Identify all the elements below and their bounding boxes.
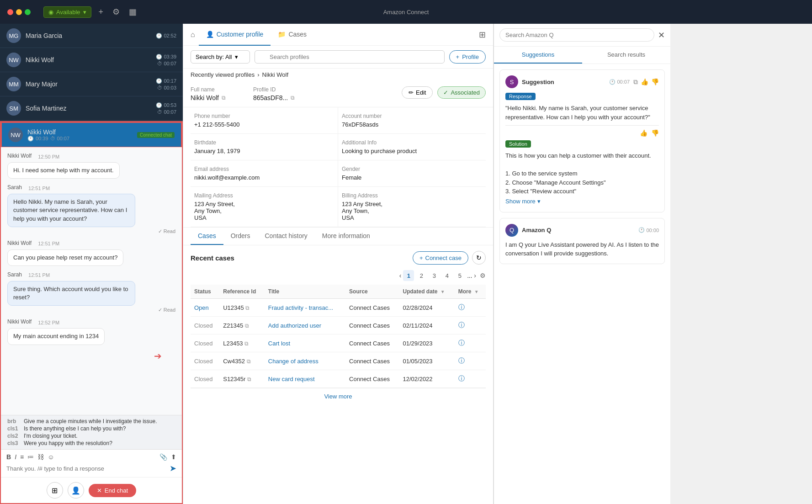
chat-input-row: ➤ bbox=[6, 463, 176, 473]
right-search-bar: ✕ bbox=[494, 24, 670, 47]
tab-contact-history[interactable]: Contact history bbox=[257, 228, 314, 245]
search-profiles-input[interactable] bbox=[255, 50, 445, 64]
expand-icon[interactable]: ⬆ bbox=[171, 453, 176, 461]
thumbs-up-button[interactable]: 👍 bbox=[641, 78, 648, 86]
show-more-button[interactable]: Show more ▾ bbox=[505, 196, 541, 207]
contact-item-mary-major[interactable]: MM Mary Major 🕐00:17 ⏱00:03 bbox=[0, 72, 183, 96]
page-3-button[interactable]: 3 bbox=[429, 270, 440, 281]
tab-orders[interactable]: Orders bbox=[223, 228, 258, 245]
tab-cases[interactable]: 📁 Cases bbox=[271, 24, 314, 46]
case-row-3: Closed L23453 ⧉ Cart lost Connect Cases … bbox=[191, 334, 486, 352]
quick-reply-cls2[interactable]: cls2 I'm closing your ticket. bbox=[7, 433, 175, 439]
chat-input[interactable] bbox=[6, 465, 166, 472]
link-icon[interactable]: ⛓ bbox=[37, 453, 44, 461]
italic-icon[interactable]: I bbox=[15, 453, 16, 461]
contact-item-sofia-martinez[interactable]: SM Sofia Martinez 🕐00:53 ⏱00:07 bbox=[0, 96, 183, 121]
case-link-2[interactable]: Add authorized user bbox=[268, 322, 321, 329]
add-profile-button[interactable]: + Profile bbox=[449, 50, 486, 64]
tab-customer-profile[interactable]: 👤 Customer profile bbox=[199, 24, 271, 46]
close-traffic-light[interactable] bbox=[7, 9, 13, 15]
refresh-cases-button[interactable]: ↻ bbox=[472, 251, 486, 265]
cases-header: Recent cases + Connect case ↻ bbox=[191, 251, 486, 265]
page-4-button[interactable]: 4 bbox=[441, 270, 452, 281]
page-5-button[interactable]: 5 bbox=[454, 270, 465, 281]
edit-profile-button[interactable]: ✏ Edit bbox=[402, 86, 433, 99]
tab-search-results[interactable]: Search results bbox=[582, 47, 670, 64]
page-1-button[interactable]: 1 bbox=[403, 270, 414, 281]
case-link-4[interactable]: Change of address bbox=[268, 358, 318, 365]
mailing-address-field: Mailing Address 123 Any Street, Any Town… bbox=[191, 187, 338, 227]
search-clear-button[interactable]: ✕ bbox=[658, 30, 665, 40]
full-name-field: Full name Nikki Wolf ⧉ bbox=[191, 86, 226, 101]
copy-ref-3[interactable]: ⧉ bbox=[244, 340, 249, 347]
solution-thumbs-down[interactable]: 👎 bbox=[651, 129, 659, 137]
col-ref-id: Reference Id bbox=[219, 285, 265, 299]
message-group-1: Nikki Wolf 12:50 PM Hi. I need some help… bbox=[7, 153, 175, 179]
amazon-q-name: Amazon Q bbox=[522, 227, 635, 233]
case-link-3[interactable]: Cart lost bbox=[268, 340, 290, 347]
tab-cases-sub[interactable]: Cases bbox=[191, 228, 223, 245]
page-ellipsis: ... bbox=[467, 272, 472, 279]
info-icon-2[interactable]: ⓘ bbox=[458, 321, 465, 329]
chat-messages[interactable]: Nikki Wolf 12:50 PM Hi. I need some help… bbox=[1, 147, 182, 415]
tab-suggestions[interactable]: Suggestions bbox=[494, 47, 582, 64]
end-chat-button[interactable]: ✕ End chat bbox=[89, 484, 136, 497]
associated-badge: ✓ Associated bbox=[437, 86, 486, 99]
copy-name-icon[interactable]: ⧉ bbox=[222, 95, 226, 101]
info-icon-5[interactable]: ⓘ bbox=[458, 375, 465, 382]
search-by-select[interactable]: Search by: All ▾ bbox=[191, 50, 250, 64]
bold-icon[interactable]: B bbox=[6, 453, 11, 461]
solution-thumbs-up[interactable]: 👍 bbox=[640, 129, 647, 137]
quick-reply-cls1[interactable]: cls1 Is there anything else I can help y… bbox=[7, 425, 175, 432]
copy-ref-2[interactable]: ⧉ bbox=[245, 323, 249, 329]
info-icon-3[interactable]: ⓘ bbox=[458, 339, 465, 346]
page-2-button[interactable]: 2 bbox=[416, 270, 427, 281]
msg-sender-1: Nikki Wolf bbox=[7, 153, 32, 159]
active-contact-header[interactable]: NW Nikki Wolf 🕐 00:39 ⏱ 00:07 Connected … bbox=[1, 122, 182, 147]
action-button-1[interactable]: ⊞ bbox=[47, 482, 63, 499]
col-updated[interactable]: Updated date ▼ bbox=[399, 285, 455, 299]
tab-more-information[interactable]: More information bbox=[315, 228, 377, 245]
send-button[interactable]: ➤ bbox=[170, 463, 176, 473]
amazon-q-search-input[interactable] bbox=[499, 28, 654, 42]
info-icon-1[interactable]: ⓘ bbox=[458, 303, 465, 311]
settings-cases-icon[interactable]: ⚙ bbox=[480, 272, 486, 279]
emoji-icon[interactable]: ☺ bbox=[48, 453, 54, 461]
bullet-list-icon[interactable]: ≡ bbox=[20, 453, 24, 461]
home-icon[interactable]: ⌂ bbox=[191, 31, 195, 39]
grid-icon[interactable]: ⊞ bbox=[479, 30, 486, 40]
settings-icon[interactable]: ⚙ bbox=[111, 5, 122, 19]
active-chat-area: NW Nikki Wolf 🕐 00:39 ⏱ 00:07 Connected … bbox=[0, 121, 183, 504]
available-status-button[interactable]: ◉ Available ▾ bbox=[43, 6, 91, 18]
cases-icon: 📁 bbox=[278, 31, 286, 38]
contact-item-nikki-wolf-top[interactable]: NW Nikki Wolf 🕐03:39 ⏱00:07 bbox=[0, 48, 183, 72]
attachment-icon[interactable]: 📎 bbox=[159, 453, 167, 461]
ordered-list-icon[interactable]: ≔ bbox=[27, 453, 34, 461]
copy-ref-4[interactable]: ⧉ bbox=[247, 358, 251, 365]
contact-item-maria-garcia[interactable]: MG Maria Garcia 🕐 02:52 bbox=[0, 24, 183, 48]
thumbs-down-button[interactable]: 👎 bbox=[651, 78, 659, 86]
copy-id-icon[interactable]: ⧉ bbox=[291, 95, 295, 101]
contact-list: MG Maria Garcia 🕐 02:52 NW Nikki Wolf bbox=[0, 24, 183, 121]
info-icon-4[interactable]: ⓘ bbox=[458, 357, 465, 364]
col-more[interactable]: More ▼ bbox=[455, 285, 486, 299]
next-page-button[interactable]: › bbox=[474, 272, 476, 279]
profile-id-value: 865asDF8... ⧉ bbox=[253, 94, 295, 101]
quick-reply-brb[interactable]: brb Give me a couple minutes while I inv… bbox=[7, 418, 175, 424]
chat-input-area: B I ≡ ≔ ⛓ ☺ 📎 ⬆ ➤ bbox=[1, 449, 182, 477]
copy-ref-1[interactable]: ⧉ bbox=[245, 305, 249, 311]
calendar-icon[interactable]: ▦ bbox=[127, 5, 138, 19]
action-button-2[interactable]: 👤 bbox=[68, 482, 84, 499]
prev-page-button[interactable]: ‹ bbox=[399, 272, 402, 279]
quick-reply-cls3[interactable]: cls3 Were you happy with the resolution? bbox=[7, 440, 175, 446]
copy-suggestion-button[interactable]: ⧉ bbox=[633, 78, 638, 86]
case-link-1[interactable]: Fraud activity - transac... bbox=[268, 304, 333, 311]
case-link-5[interactable]: New card request bbox=[268, 376, 315, 382]
fullscreen-traffic-light[interactable] bbox=[25, 9, 31, 15]
view-more-button[interactable]: View more bbox=[191, 388, 486, 404]
connect-case-button[interactable]: + Connect case bbox=[413, 251, 468, 265]
minimize-traffic-light[interactable] bbox=[16, 9, 22, 15]
add-button[interactable]: + bbox=[97, 5, 106, 19]
copy-ref-5[interactable]: ⧉ bbox=[247, 376, 251, 382]
breadcrumb-recently-viewed[interactable]: Recently viewed profiles bbox=[191, 71, 255, 78]
